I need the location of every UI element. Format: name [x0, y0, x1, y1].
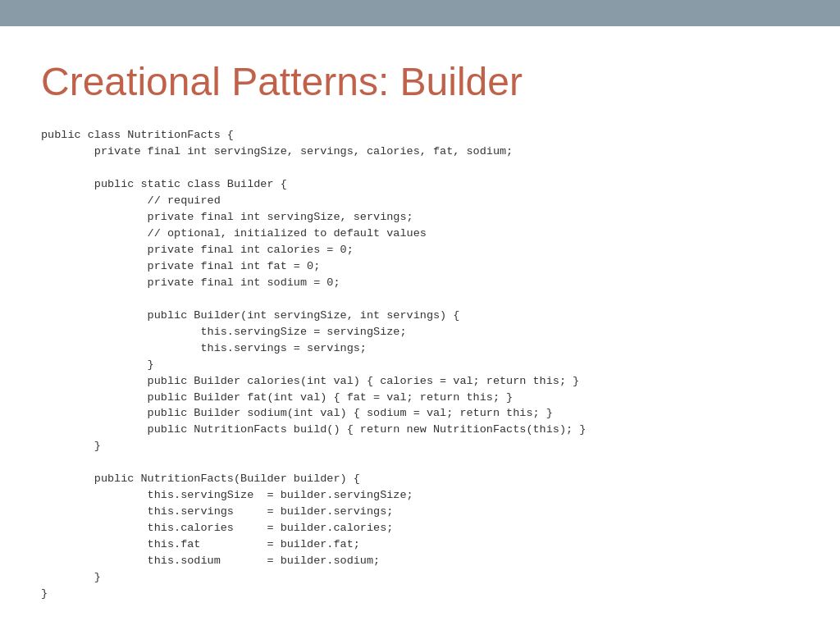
slide-title: Creational Patterns: Builder: [41, 59, 799, 104]
top-bar: [0, 0, 840, 26]
code-block: public class NutritionFacts { private fi…: [41, 127, 799, 602]
slide-container: Creational Patterns: Builder public clas…: [0, 26, 840, 630]
